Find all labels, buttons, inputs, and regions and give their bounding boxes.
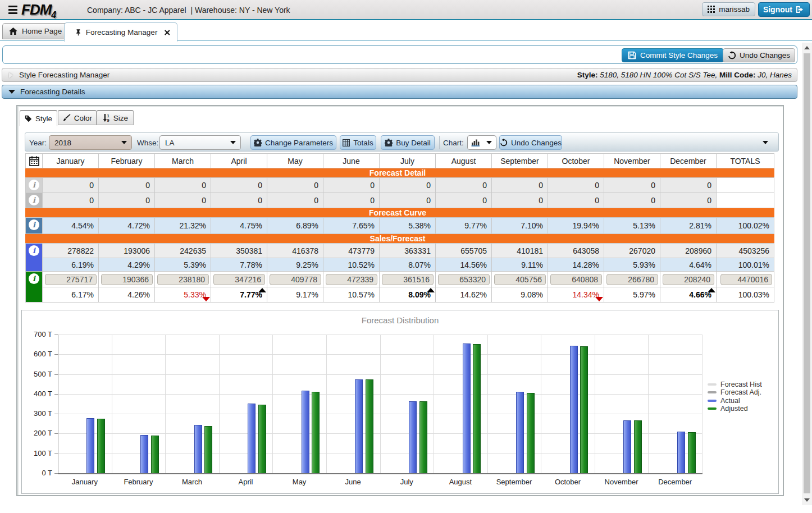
cell-july[interactable] bbox=[380, 272, 436, 287]
undo-changes-label: Undo Changes bbox=[511, 139, 562, 147]
cell-december: 4.66% bbox=[660, 287, 717, 303]
undo-changes-button-top[interactable]: Undo Changes bbox=[723, 48, 795, 62]
tab-color[interactable]: Color bbox=[58, 110, 97, 125]
y-axis-label: 100 T bbox=[23, 449, 52, 457]
signout-button[interactable]: Signout bbox=[758, 2, 810, 17]
adjusted-input[interactable] bbox=[494, 274, 546, 285]
cell-march[interactable] bbox=[155, 272, 211, 287]
cell-september: 9.11% bbox=[492, 258, 548, 272]
fdm4-logo: FDM4 bbox=[21, 1, 56, 20]
info-icon[interactable]: i bbox=[29, 180, 39, 190]
change-parameters-button[interactable]: Change Parameters bbox=[250, 135, 336, 150]
user-button[interactable]: marissab bbox=[702, 2, 755, 16]
scrollbar-thumb[interactable] bbox=[804, 53, 810, 493]
adjusted-total-input[interactable] bbox=[720, 274, 772, 285]
cell-november: 5.13% bbox=[604, 218, 660, 234]
adjusted-input[interactable] bbox=[438, 274, 490, 285]
commit-style-changes-button[interactable]: Commit Style Changes bbox=[622, 48, 724, 62]
cell-september[interactable] bbox=[492, 272, 548, 287]
month-header: July bbox=[380, 154, 436, 168]
adjusted-input[interactable] bbox=[606, 274, 658, 285]
chart-bar-adjusted bbox=[204, 426, 212, 473]
info-icon[interactable]: i bbox=[29, 245, 39, 256]
cell-june: 7.65% bbox=[323, 218, 380, 234]
totals-button[interactable]: Totals bbox=[340, 135, 376, 150]
cell-march: 0 bbox=[155, 193, 211, 208]
cell-totals bbox=[717, 272, 774, 287]
adjusted-input[interactable] bbox=[101, 274, 153, 285]
bar-chart-icon bbox=[471, 139, 480, 146]
adjusted-input[interactable] bbox=[213, 274, 265, 285]
trend-up-icon bbox=[258, 288, 266, 292]
chart-bar-adjusted bbox=[527, 393, 535, 473]
adjusted-input[interactable] bbox=[326, 274, 377, 285]
close-tab-icon[interactable] bbox=[165, 29, 170, 36]
adjusted-input[interactable] bbox=[663, 274, 714, 285]
x-axis-label: February bbox=[111, 478, 165, 486]
svg-text:9: 9 bbox=[107, 118, 109, 122]
cell-february: 4.72% bbox=[99, 218, 155, 234]
cell-august: 655705 bbox=[436, 244, 492, 258]
sort-numeric-icon: 1 9 bbox=[102, 114, 110, 122]
scroll-up-arrow[interactable] bbox=[802, 43, 812, 53]
cell-may[interactable] bbox=[267, 272, 323, 287]
chart-label: Chart: bbox=[443, 133, 464, 152]
whse-value: LA bbox=[165, 139, 175, 147]
month-header: September bbox=[492, 154, 548, 168]
chart-type-select[interactable] bbox=[467, 135, 496, 150]
style-forecasting-manager-header[interactable]: Style Forecasting Manager Style: 5180, 5… bbox=[2, 68, 797, 82]
toolbar-overflow-button[interactable] bbox=[757, 133, 774, 152]
v-gridline bbox=[272, 335, 273, 473]
cell-march: 21.32% bbox=[155, 218, 211, 234]
forecasting-details-header[interactable]: Forecasting Details bbox=[2, 85, 797, 99]
cell-january[interactable] bbox=[43, 272, 99, 287]
adjusted-input[interactable] bbox=[157, 274, 209, 285]
v-gridline bbox=[702, 335, 702, 473]
cell-may: 0 bbox=[267, 178, 323, 193]
cell-october: 14.28% bbox=[548, 258, 604, 272]
chart-bar-actual bbox=[140, 435, 148, 473]
tab-style[interactable]: Style bbox=[20, 110, 57, 126]
month-header: June bbox=[323, 154, 380, 168]
cell-february[interactable] bbox=[99, 272, 155, 287]
adjusted-input[interactable] bbox=[270, 274, 321, 285]
cell-october[interactable] bbox=[548, 272, 604, 287]
chevron-down-icon bbox=[230, 141, 236, 144]
adjusted-input[interactable] bbox=[382, 274, 434, 285]
y-axis bbox=[58, 335, 58, 473]
adjusted-input[interactable] bbox=[550, 274, 602, 285]
adjusted-input[interactable] bbox=[45, 274, 97, 285]
x-axis-label: July bbox=[380, 478, 434, 486]
year-select[interactable]: 2018 bbox=[49, 135, 132, 150]
whse-select[interactable]: LA bbox=[159, 135, 241, 150]
info-icon[interactable]: i bbox=[29, 219, 39, 230]
menu-icon[interactable] bbox=[8, 6, 17, 14]
v-gridline bbox=[541, 335, 541, 473]
legend-swatch bbox=[708, 383, 717, 386]
chart-bar-adjusted bbox=[419, 401, 427, 473]
info-icon[interactable]: i bbox=[29, 195, 39, 205]
tab-size[interactable]: 1 9 Size bbox=[97, 110, 134, 125]
adjusted-percent-row: 6.17%4.26%5.33%7.77%9.17%10.57%8.09%14.6… bbox=[26, 287, 774, 303]
cell-september: 0 bbox=[492, 178, 548, 193]
buy-detail-button[interactable]: Buy Detail bbox=[381, 135, 435, 150]
cell-june[interactable] bbox=[323, 272, 380, 287]
cell-april[interactable] bbox=[211, 272, 267, 287]
tab-forecasting-manager[interactable]: Forecasting Manager bbox=[64, 22, 177, 42]
v-gridline bbox=[326, 335, 327, 473]
x-axis-label: April bbox=[219, 478, 273, 486]
info-icon[interactable]: i bbox=[29, 273, 39, 284]
cell-december[interactable] bbox=[660, 272, 717, 287]
chart-bar-actual bbox=[463, 343, 471, 473]
forecast-hist-row: i000000000000 bbox=[26, 178, 774, 193]
row-icon-cell: i bbox=[26, 178, 43, 193]
scroll-down-arrow[interactable] bbox=[802, 495, 812, 505]
cell-january: 6.17% bbox=[43, 287, 99, 303]
cell-august[interactable] bbox=[436, 272, 492, 287]
chart-bar-adjusted bbox=[688, 432, 696, 474]
tab-home-page[interactable]: Home Page bbox=[2, 23, 69, 39]
cell-totals: 4503256 bbox=[717, 244, 774, 258]
undo-changes-button[interactable]: Undo Changes bbox=[499, 135, 562, 150]
vertical-scrollbar[interactable] bbox=[802, 43, 812, 505]
cell-november[interactable] bbox=[604, 272, 660, 287]
